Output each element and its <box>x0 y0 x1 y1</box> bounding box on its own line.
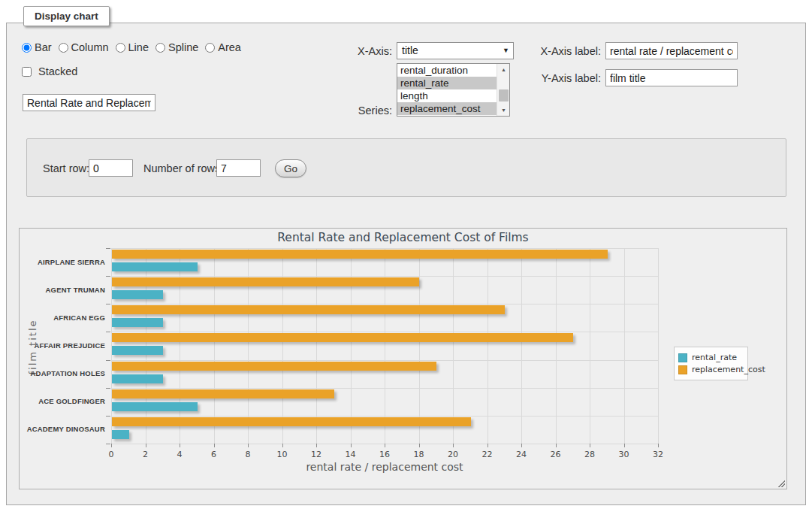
x-tick-label: 26 <box>545 450 567 459</box>
gridline <box>453 248 454 444</box>
bar-rental_rate <box>112 374 163 383</box>
y-axis-tick <box>106 360 110 361</box>
gridline <box>111 416 658 417</box>
x-tick-label: 28 <box>578 450 601 459</box>
bar-rental_rate <box>112 262 198 271</box>
go-button[interactable]: Go <box>275 159 306 177</box>
y-axis-tick <box>106 444 110 444</box>
series-select-label: Series: <box>324 105 392 117</box>
category-label: AFFAIR PREJUDICE <box>21 341 105 350</box>
stacked-checkbox-row[interactable]: Stacked <box>22 65 77 77</box>
bar-rental_rate <box>112 402 198 411</box>
bar-replacement_cost <box>112 333 573 342</box>
chart-type-radio-line[interactable] <box>116 43 125 53</box>
series-option-rental_rate[interactable]: rental_rate <box>397 77 497 89</box>
category-label: ADAPTATION HOLES <box>21 369 105 377</box>
x-tick-label: 30 <box>613 450 635 459</box>
x-axis-tick <box>385 444 385 447</box>
gridline <box>488 248 488 444</box>
chart-type-option-area[interactable]: Area <box>205 41 241 53</box>
series-scrollbar[interactable]: ▲ ▼ <box>497 64 509 116</box>
x-axis-tick <box>351 444 352 447</box>
series-option-replacement_cost[interactable]: replacement_cost <box>397 102 497 115</box>
legend-row: rental_rate <box>678 353 744 362</box>
chart-type-option-label: Line <box>128 41 149 53</box>
chart-title-input[interactable] <box>23 94 155 111</box>
x-axis-tick <box>419 444 420 447</box>
chart-type-radio-column[interactable] <box>59 43 68 53</box>
series-option-rental_duration[interactable]: rental_duration <box>397 64 497 77</box>
x-tick-label: 22 <box>476 450 499 459</box>
legend-swatch-rental_rate <box>678 353 687 362</box>
x-axis-tick <box>590 444 590 447</box>
bar-rental_rate <box>112 318 163 327</box>
gridline <box>111 388 658 389</box>
x-axis-tick <box>111 444 112 447</box>
bar-replacement_cost <box>112 305 505 314</box>
number-of-rows-input[interactable] <box>216 159 261 177</box>
chart-type-option-bar[interactable]: Bar <box>22 41 52 53</box>
y-axis-tick <box>106 332 110 332</box>
gridline <box>590 248 590 444</box>
gridline <box>624 248 625 444</box>
series-multiselect[interactable]: rental_durationrental_ratelengthreplacem… <box>397 63 510 117</box>
chart-type-radio-group: BarColumnLineSplineArea <box>22 41 248 53</box>
x-axis-title: rental rate / replacement cost <box>111 461 658 473</box>
scroll-down-icon[interactable]: ▼ <box>497 105 510 116</box>
x-axis-label-input[interactable] <box>605 42 738 59</box>
x-axis-tick <box>248 444 249 447</box>
chart-type-option-line[interactable]: Line <box>116 41 149 53</box>
number-of-rows-label: Number of rows: <box>143 162 223 174</box>
x-axis-tick <box>214 444 215 447</box>
x-tick-label: 12 <box>305 450 328 459</box>
chevron-down-icon: ▼ <box>503 43 509 59</box>
x-axis-tick <box>282 444 283 447</box>
gridline <box>658 248 659 444</box>
chart-type-option-label: Area <box>218 41 241 53</box>
y-axis-tick <box>106 304 110 304</box>
legend-row: replacement_cost <box>678 365 744 374</box>
bar-replacement_cost <box>112 250 608 259</box>
x-tick-label: 2 <box>134 450 157 459</box>
legend-swatch-replacement_cost <box>678 365 687 374</box>
x-axis-tick <box>180 444 180 447</box>
start-row-label: Start row: <box>43 162 89 174</box>
gridline <box>111 332 658 332</box>
x-tick-label: 20 <box>442 450 464 459</box>
x-axis-tick <box>521 444 522 447</box>
series-option-length[interactable]: length <box>397 89 497 102</box>
x-axis-select[interactable]: title ▼ <box>397 42 514 59</box>
series-options: rental_durationrental_ratelengthreplacem… <box>397 64 497 116</box>
x-axis-tick <box>658 444 659 447</box>
x-axis-tick <box>488 444 488 447</box>
bar-rental_rate <box>112 290 163 299</box>
chart-type-option-column[interactable]: Column <box>59 41 109 53</box>
x-axis-tick <box>453 444 454 447</box>
bar-replacement_cost <box>112 389 334 398</box>
gridline <box>111 276 658 277</box>
bar-rental_rate <box>112 430 129 439</box>
y-axis-tick <box>106 416 110 417</box>
start-row-input[interactable] <box>89 159 133 177</box>
bar-replacement_cost <box>112 277 419 286</box>
chart-type-option-label: Bar <box>35 41 52 53</box>
y-axis-label-text: Y-Axis label: <box>526 72 601 84</box>
scroll-thumb[interactable] <box>499 89 509 101</box>
resize-handle-icon[interactable] <box>777 479 785 487</box>
gridline <box>556 248 557 444</box>
y-axis-label-input[interactable] <box>605 69 738 86</box>
chart-panel: Rental Rate and Replacement Cost of Film… <box>19 228 787 489</box>
y-axis-tick <box>106 276 110 277</box>
stacked-checkbox[interactable] <box>22 67 32 77</box>
x-tick-label: 32 <box>647 450 669 459</box>
chart-type-radio-bar[interactable] <box>22 43 32 53</box>
category-label: ACADEMY DINOSAUR <box>21 425 105 433</box>
gridline <box>111 304 658 304</box>
chart-title: Rental Rate and Replacement Cost of Film… <box>20 231 786 244</box>
chart-type-option-spline[interactable]: Spline <box>155 41 198 53</box>
scroll-up-icon[interactable]: ▲ <box>497 64 510 75</box>
chart-type-option-label: Column <box>71 41 109 53</box>
chart-type-radio-area[interactable] <box>205 43 215 53</box>
chart-type-radio-spline[interactable] <box>155 43 165 53</box>
category-label: AFRICAN EGG <box>21 314 105 322</box>
